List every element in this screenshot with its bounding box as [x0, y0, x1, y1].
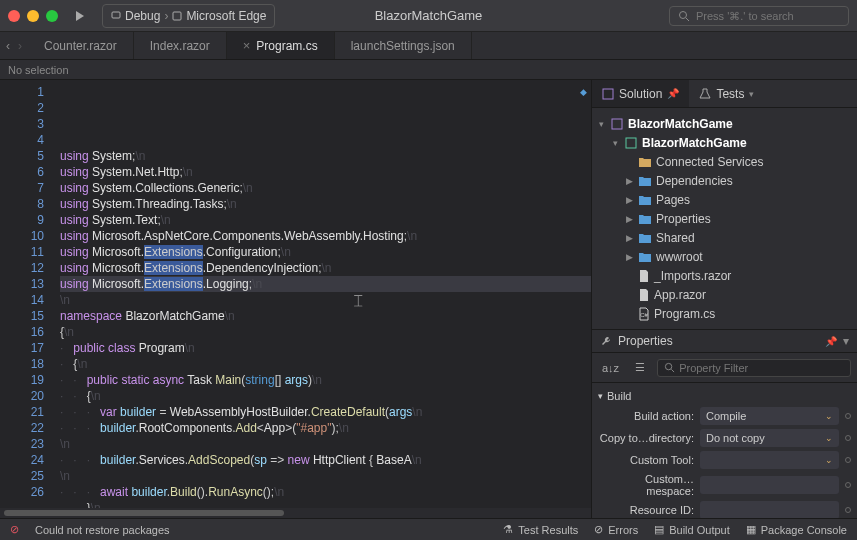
device-icon [111, 11, 121, 21]
test-results-button[interactable]: ⚗Test Results [503, 523, 578, 536]
editor-tab[interactable]: ×Program.cs [227, 32, 335, 59]
close-tab-button[interactable]: × [243, 38, 251, 53]
close-window-button[interactable] [8, 10, 20, 22]
flask-icon [699, 88, 711, 100]
disclosure-triangle-icon[interactable]: ▾ [610, 138, 620, 148]
tree-item[interactable]: ▶Dependencies [596, 171, 853, 190]
line-number: 24 [0, 452, 44, 468]
code-line[interactable]: using Microsoft.Extensions.Logging;\n💡 [60, 276, 591, 292]
code-line[interactable]: using System.Collections.Generic;\n [60, 180, 591, 196]
code-line[interactable]: using System.Net.Http;\n [60, 164, 591, 180]
code-line[interactable]: \n [60, 468, 591, 484]
sort-az-button[interactable]: a↓z [598, 360, 623, 376]
property-marker-icon[interactable] [845, 413, 851, 419]
disclosure-triangle-icon[interactable]: ▶ [624, 252, 634, 262]
code-line[interactable]: · · · builder.Services.AddScoped(sp => n… [60, 452, 591, 468]
code-line[interactable]: · · · builder.RootComponents.Add<App>("#… [60, 420, 591, 436]
code-line[interactable]: {\n [60, 324, 591, 340]
code-line[interactable]: · · · await builder.Build().RunAsync();\… [60, 484, 591, 500]
line-number: 20 [0, 388, 44, 404]
property-filter[interactable] [657, 359, 851, 377]
property-value[interactable]: Compile⌄ [700, 407, 839, 425]
disclosure-triangle-icon[interactable]: ▶ [624, 195, 634, 205]
tab-solution[interactable]: Solution 📌 [592, 80, 689, 107]
tab-label: Counter.razor [44, 39, 117, 53]
code-line[interactable]: using Microsoft.AspNetCore.Components.We… [60, 228, 591, 244]
code-line[interactable]: \n [60, 436, 591, 452]
disclosure-triangle-icon[interactable]: ▶ [624, 214, 634, 224]
tree-item[interactable]: ▶Pages [596, 190, 853, 209]
disclosure-triangle-icon[interactable]: ▶ [624, 176, 634, 186]
titlebar: Debug › Microsoft Edge BlazorMatchGame [0, 0, 857, 32]
property-marker-icon[interactable] [845, 457, 851, 463]
tree-item[interactable]: ▶Shared [596, 228, 853, 247]
category-view-button[interactable]: ☰ [631, 359, 649, 376]
dropdown-icon[interactable]: ⌄ [825, 455, 833, 465]
line-number: 18 [0, 356, 44, 372]
property-value[interactable] [700, 476, 839, 494]
tree-item-label: BlazorMatchGame [628, 117, 733, 131]
dropdown-icon[interactable]: ⌄ [825, 433, 833, 443]
run-configuration[interactable]: Debug › Microsoft Edge [102, 4, 275, 28]
code-line[interactable]: · · · var builder = WebAssemblyHostBuild… [60, 404, 591, 420]
tree-item[interactable]: App.razor [596, 285, 853, 304]
maximize-window-button[interactable] [46, 10, 58, 22]
code-line[interactable]: · {\n [60, 356, 591, 372]
code-line[interactable]: using Microsoft.Extensions.Configuration… [60, 244, 591, 260]
code-line[interactable]: using System;\n [60, 148, 591, 164]
editor-tab[interactable]: Counter.razor [28, 32, 134, 59]
code-editor[interactable]: 1234567891011121314151617181920212223242… [0, 80, 591, 508]
code-line[interactable]: using System.Text;\n [60, 212, 591, 228]
tree-item-label: Program.cs [654, 307, 715, 321]
disclosure-triangle-icon[interactable]: ▶ [624, 233, 634, 243]
tree-item[interactable]: ▶Properties [596, 209, 853, 228]
nav-forward-button[interactable]: › [18, 39, 22, 53]
nav-back-button[interactable]: ‹ [6, 39, 10, 53]
panel-menu-button[interactable]: ▾ [843, 334, 849, 348]
tree-item[interactable]: C#Program.cs [596, 304, 853, 323]
code-line[interactable]: using System.Threading.Tasks;\n [60, 196, 591, 212]
pin-icon[interactable]: 📌 [825, 336, 837, 347]
code-line[interactable]: using Microsoft.Extensions.DependencyInj… [60, 260, 591, 276]
run-button[interactable] [66, 4, 94, 28]
svg-line-9 [671, 369, 674, 372]
disclosure-triangle-icon[interactable]: ▾ [596, 119, 606, 129]
minimize-window-button[interactable] [27, 10, 39, 22]
build-output-button[interactable]: ▤Build Output [654, 523, 730, 536]
errors-button[interactable]: ⊘Errors [594, 523, 638, 536]
code-line[interactable]: namespace BlazorMatchGame\n [60, 308, 591, 324]
property-group-header[interactable]: ▾Build [598, 387, 851, 405]
property-marker-icon[interactable] [845, 435, 851, 441]
tree-item[interactable]: _Imports.razor [596, 266, 853, 285]
property-marker-icon[interactable] [845, 482, 851, 488]
line-number: 10 [0, 228, 44, 244]
property-row: Resource ID: [598, 499, 851, 518]
error-icon: ⊘ [10, 523, 19, 536]
global-search[interactable] [669, 6, 849, 26]
tab-tests[interactable]: Tests ▾ [689, 80, 764, 107]
code-area[interactable]: ◆ ⌶ using System;\nusing System.Net.Http… [60, 80, 591, 508]
property-value[interactable]: Do not copy⌄ [700, 429, 839, 447]
code-line[interactable]: · · {\n [60, 388, 591, 404]
property-filter-input[interactable] [679, 362, 844, 374]
code-line[interactable]: · · public static async Task Main(string… [60, 372, 591, 388]
editor-tab[interactable]: launchSettings.json [335, 32, 472, 59]
pin-icon[interactable]: 📌 [667, 88, 679, 99]
code-line[interactable]: · public class Program\n [60, 340, 591, 356]
property-value[interactable] [700, 501, 839, 518]
code-line[interactable]: \n [60, 292, 591, 308]
tree-item[interactable]: ▾BlazorMatchGame [596, 114, 853, 133]
dropdown-icon[interactable]: ⌄ [825, 411, 833, 421]
horizontal-scrollbar[interactable] [0, 508, 591, 518]
property-marker-icon[interactable] [845, 507, 851, 513]
tree-item[interactable]: ▶wwwroot [596, 247, 853, 266]
tree-item[interactable]: ▾BlazorMatchGame [596, 133, 853, 152]
code-line[interactable]: · · }\n [60, 500, 591, 508]
search-input[interactable] [696, 10, 840, 22]
package-console-button[interactable]: ▦Package Console [746, 523, 847, 536]
property-value[interactable]: ⌄ [700, 451, 839, 469]
solution-tree[interactable]: ▾BlazorMatchGame▾BlazorMatchGameConnecte… [592, 108, 857, 329]
tree-item[interactable]: Connected Services [596, 152, 853, 171]
scrollbar-thumb[interactable] [4, 510, 284, 516]
editor-tab[interactable]: Index.razor [134, 32, 227, 59]
